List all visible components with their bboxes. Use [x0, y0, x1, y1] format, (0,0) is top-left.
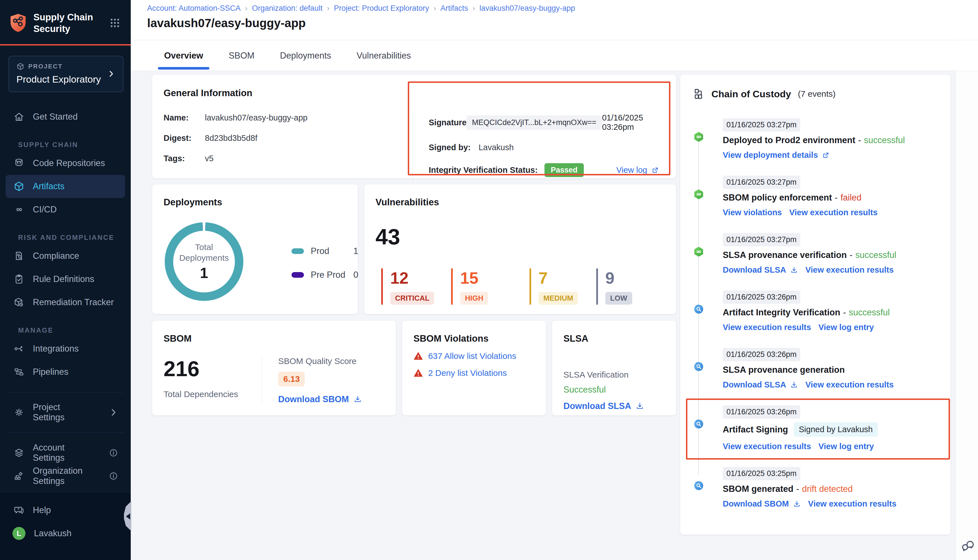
section-header-risk-compliance: RISK AND COMPLIANCE — [0, 233, 131, 242]
event-timestamp: 01/16/2025 03:26pm — [723, 348, 800, 361]
legend-item-prod: Prod 1 — [292, 246, 358, 256]
view-execution-results-link[interactable]: View execution results — [805, 265, 894, 275]
slsa-status: Successful — [563, 385, 665, 395]
sidebar-item-cicd[interactable]: CI/CD — [0, 198, 131, 221]
view-deployment-details-link[interactable]: View deployment details — [723, 150, 830, 160]
signed-by-value: Lavakush — [479, 143, 514, 152]
signed-by-label: Signed by: — [429, 143, 471, 152]
view-log-link[interactable]: View log — [616, 165, 659, 175]
card-title: General Information — [164, 88, 676, 98]
view-execution-results-link[interactable]: View execution results — [805, 380, 894, 390]
status-badge-passed: Passed — [544, 163, 584, 177]
event-status: successful — [849, 307, 890, 318]
scan-circle-icon — [693, 303, 704, 315]
event-timestamp: 01/16/2025 03:27pm — [723, 233, 800, 246]
sidebar-item-integrations[interactable]: Integrations — [0, 337, 131, 360]
sidebar-item-rule-definitions[interactable]: Rule Definitions — [0, 268, 131, 291]
view-log-entry-link[interactable]: View log entry — [818, 442, 874, 451]
view-violations-link[interactable]: View violations — [723, 208, 782, 217]
external-link-icon — [651, 166, 659, 174]
warning-triangle-icon — [414, 351, 423, 361]
info-icon[interactable] — [108, 448, 118, 458]
sidebar-item-user[interactable]: L Lavakush — [0, 522, 131, 545]
info-icon[interactable] — [108, 471, 118, 481]
sidebar-item-organization-settings[interactable]: Organization Settings — [0, 464, 131, 488]
signed-by-badge: Signed by Lavakush — [794, 422, 878, 437]
chat-bubbles-icon[interactable] — [961, 539, 974, 552]
download-slsa-link[interactable]: Download SLSA — [723, 265, 798, 275]
severity-high: 15 HIGH — [451, 268, 529, 305]
sidebar-item-label: Get Started — [33, 112, 78, 122]
sbom-quality-score: 6.13 — [278, 372, 305, 386]
sidebar-item-label: Pipelines — [33, 367, 68, 377]
breadcrumb-project[interactable]: Project: Product Exploratory — [334, 4, 429, 13]
sidebar-item-label: Rule Definitions — [33, 274, 94, 284]
sidebar-item-label: Code Repositories — [33, 158, 105, 168]
section-header-manage: MANAGE — [0, 327, 131, 334]
view-log-entry-link[interactable]: View log entry — [818, 323, 874, 332]
breadcrumb-separator: › — [429, 4, 440, 12]
event-timestamp: 01/16/2025 03:27pm — [723, 176, 800, 189]
allow-list-violations-link[interactable]: 637 Allow list Violations — [428, 351, 516, 361]
module-switcher-icon[interactable] — [109, 17, 120, 28]
sidebar-item-label: Organization Settings — [33, 466, 92, 486]
tab-sbom[interactable]: SBOM — [229, 40, 254, 71]
sidebar-item-label: Compliance — [33, 251, 79, 261]
app-title: Supply Chain Security — [33, 11, 103, 35]
general-information-card: General Information Name:lavakush07/easy… — [152, 74, 676, 178]
sidebar-item-get-started[interactable]: Get Started — [0, 105, 131, 128]
download-sbom-link[interactable]: Download SBOM — [723, 499, 801, 508]
divider — [7, 392, 124, 392]
card-title: SBOM — [164, 333, 385, 344]
card-title: Deployments — [164, 197, 346, 208]
view-execution-results-link[interactable]: View execution results — [723, 323, 811, 332]
view-execution-results-link[interactable]: View execution results — [808, 499, 896, 508]
event-status: drift detected — [802, 484, 853, 494]
tags-label: Tags: — [164, 154, 197, 163]
sidebar-item-help[interactable]: Help — [0, 498, 131, 522]
digest-label: Digest: — [164, 133, 197, 143]
integrity-status-label: Integrity Verification Status: — [429, 165, 538, 175]
sidebar-item-label: Help — [33, 505, 51, 515]
event-status: successful — [855, 250, 896, 260]
project-selector[interactable]: PROJECT Product Exploratory — [8, 56, 124, 92]
sidebar-item-label: Artifacts — [33, 181, 65, 192]
sidebar-item-label: Remediation Tracker — [33, 297, 114, 307]
preprod-swatch — [292, 272, 304, 278]
sidebar-item-code-repositories[interactable]: Code Repositories — [0, 152, 131, 175]
deny-list-violations-link[interactable]: 2 Deny list Violations — [428, 368, 507, 378]
warning-triangle-icon — [414, 368, 423, 378]
view-execution-results-link[interactable]: View execution results — [789, 208, 878, 217]
download-icon — [354, 395, 362, 403]
clipboard-check-icon — [13, 274, 24, 285]
download-slsa-link[interactable]: Download SLSA — [563, 401, 665, 411]
breadcrumb-current[interactable]: lavakush07/easy-buggy-app — [479, 4, 575, 13]
sidebar-item-pipelines[interactable]: Pipelines — [0, 360, 131, 383]
tab-vulnerabilities[interactable]: Vulnerabilities — [357, 40, 411, 71]
event-slsa-provenance-generation: 01/16/2025 03:26pm SLSA provenance gener… — [693, 348, 938, 390]
breadcrumb-organization[interactable]: Organization: default — [252, 4, 323, 13]
section-header-supply-chain: SUPPLY CHAIN — [0, 141, 131, 149]
sidebar-item-artifacts[interactable]: Artifacts — [6, 175, 125, 198]
event-status: successful — [864, 135, 905, 145]
breadcrumb: Account: Automation-SSCA › Organization:… — [147, 4, 575, 13]
breadcrumb-artifacts[interactable]: Artifacts — [440, 4, 468, 13]
sidebar-item-project-settings[interactable]: Project Settings — [0, 401, 131, 424]
tab-deployments[interactable]: Deployments — [280, 40, 331, 71]
tab-overview[interactable]: Overview — [164, 40, 203, 71]
signature-value: MEQCICde2VjIT...bL+2+mqnOXw== — [466, 115, 602, 130]
sidebar-item-remediation-tracker[interactable]: Remediation Tracker — [0, 291, 131, 314]
breadcrumb-account[interactable]: Account: Automation-SSCA — [147, 4, 240, 13]
scan-circle-icon — [693, 418, 704, 430]
help-chat-icon — [13, 505, 24, 516]
severity-critical: 12 CRITICAL — [381, 268, 451, 305]
artifacts-cube-icon — [13, 181, 24, 192]
view-execution-results-link[interactable]: View execution results — [723, 442, 811, 451]
sidebar-item-compliance[interactable]: Compliance — [0, 244, 131, 268]
event-status: failed — [841, 193, 861, 203]
download-slsa-link[interactable]: Download SLSA — [723, 380, 798, 390]
sidebar-item-account-settings[interactable]: Account Settings — [0, 441, 131, 464]
sbom-total: 216 — [164, 357, 262, 381]
download-sbom-link[interactable]: Download SBOM — [278, 394, 385, 405]
divider — [7, 432, 124, 433]
